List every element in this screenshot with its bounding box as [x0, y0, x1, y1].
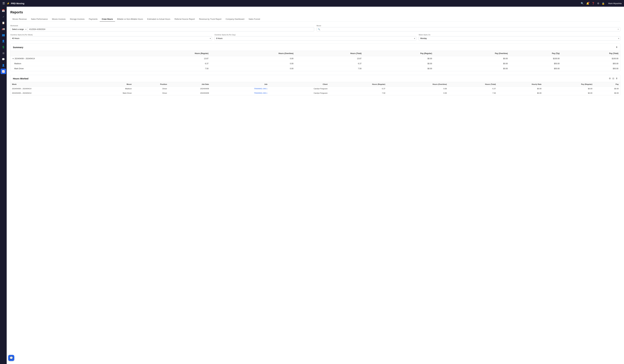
- summary-row-val-6: $50.00: [562, 66, 620, 71]
- hw-job[interactable]: TRAINING-348-1: [210, 86, 269, 91]
- summary-row: Madison6.370.006.37$0.00$0.00$50.00$50.0…: [10, 61, 620, 66]
- lock-icon[interactable]: 🔒: [602, 2, 605, 5]
- tab-company-dashboard[interactable]: Company Dashboard: [224, 17, 246, 22]
- summary-col-hours-total: Hours (Total): [295, 51, 364, 56]
- workweek-filter: Workweek Select a range 4/1/2024–6/30/20…: [10, 25, 314, 31]
- app-logo: ⚡ PRD Moving: [7, 2, 24, 5]
- tab-billable-nonbillable[interactable]: Billable vs Non-Billable Hours: [115, 17, 145, 22]
- sidebar-item-contacts[interactable]: 👤: [0, 38, 6, 44]
- range-select-wrapper: Select a range: [10, 27, 28, 31]
- tab-revenue-truck[interactable]: Revenue by Truck Report: [197, 17, 224, 22]
- overtime-weekly-filter: Overtime Starts At (Per Week) 40 Hours 4…: [10, 34, 212, 41]
- sidebar-item-chat[interactable]: 💬: [0, 56, 6, 62]
- hours-worked-filter-icon[interactable]: ⊟: [612, 77, 614, 80]
- hours-worked-title: Hours Worked: [13, 77, 28, 80]
- hw-client: Carolyn Ferguson: [269, 91, 329, 95]
- topnav-icons: 🔍 🔔 ❓ ⚙ 🔒 Mark Miyashita: [581, 2, 622, 5]
- workweek-label: Workweek: [10, 25, 314, 26]
- overtime-daily-select-wrapper: 8 Hours 10 Hours 12 Hours: [214, 36, 416, 41]
- overtime-weekly-select[interactable]: 40 Hours 44 Hours 48 Hours: [10, 36, 212, 41]
- hw-col-week: Week: [10, 82, 90, 86]
- settings-icon[interactable]: ⚙: [597, 2, 599, 5]
- week-starts-select[interactable]: Monday Sunday Saturday: [419, 36, 620, 41]
- tab-estimated-actual[interactable]: Estimated vs Actual Hours: [145, 17, 172, 22]
- hours-worked-download-icon[interactable]: ⬇: [616, 77, 618, 80]
- week-starts-label: Week Starts On: [419, 34, 620, 36]
- sidebar-item-calendar[interactable]: 📅: [0, 8, 6, 13]
- hw-position: Driver: [133, 91, 169, 95]
- tab-moves-revenue[interactable]: Moves Revenue: [10, 17, 29, 22]
- mover-clear-icon[interactable]: ✕: [618, 28, 619, 30]
- tab-crew-hours[interactable]: Crew Hours: [100, 17, 115, 22]
- hw-col-pay: Pay: [594, 82, 620, 86]
- mover-label: Mover: [316, 25, 620, 26]
- summary-download-icon[interactable]: ⬇: [616, 46, 618, 49]
- hours-worked-gear-icon[interactable]: ⚙: [609, 77, 611, 80]
- hw-pay: $0.00: [594, 86, 620, 91]
- hw-job-date: 2024/04/08: [169, 91, 210, 95]
- hw-hours-total: 6.37: [448, 86, 497, 91]
- hours-worked-table: Week Mover Position Job Date Job Client …: [10, 82, 620, 95]
- hamburger-icon[interactable]: ☰: [2, 2, 5, 5]
- summary-title: Summary: [13, 46, 23, 49]
- hw-hours-regular: 7.50: [329, 91, 387, 95]
- help-icon[interactable]: ❓: [592, 2, 595, 5]
- summary-col-pay-total: Pay (Total): [562, 51, 620, 56]
- summary-section: Summary ⬇ Hours (Regular) Hours (Overtim…: [10, 44, 620, 71]
- sidebar-item-user[interactable]: 👤: [0, 63, 6, 68]
- summary-col-hours-overtime: Hours (Overtime): [210, 51, 295, 56]
- overtime-daily-filter: Overtime Starts At (Per Day) 8 Hours 10 …: [214, 34, 416, 41]
- summary-row-val-2: 7.50: [295, 66, 364, 71]
- summary-row-val-5: $50.00: [510, 61, 562, 66]
- date-value[interactable]: 4/1/2024–6/30/2024: [28, 27, 314, 31]
- summary-group-val-2: 13.87: [295, 56, 364, 61]
- summary-col-pay-overtime: Pay (Overtime): [434, 51, 510, 56]
- hours-worked-actions: ⚙ ⊟ ⬇: [609, 77, 618, 80]
- sidebar-item-check[interactable]: ✓: [0, 14, 6, 19]
- hours-worked-header-row: Week Mover Position Job Date Job Client …: [10, 82, 620, 86]
- tab-sales-performance[interactable]: Sales Performance: [29, 17, 50, 22]
- hw-col-hours-overtime: Hours (Overtime): [387, 82, 448, 86]
- content-area: Reports Moves Revenue Sales Performance …: [7, 7, 624, 364]
- collapse-icon[interactable]: ▼: [12, 58, 14, 59]
- hw-position: Driver: [133, 86, 169, 91]
- tab-storage-invoices[interactable]: Storage Invoices: [68, 17, 87, 22]
- hw-col-hourly-rate: Hourly Rate: [497, 82, 543, 86]
- summary-row: Mark Driver7.500.007.50$0.00$0.00$50.00$…: [10, 66, 620, 71]
- hw-job[interactable]: TRAINING-348-1: [210, 91, 269, 95]
- summary-group-val-1: 0.00: [210, 56, 295, 61]
- summary-row-val-0: 6.37: [130, 61, 210, 66]
- range-select[interactable]: Select a range: [10, 27, 28, 31]
- sidebar-item-reports[interactable]: 📈: [0, 69, 6, 74]
- sidebar-item-grid[interactable]: ⊞: [0, 51, 6, 56]
- hw-col-hours-total: Hours (Total): [448, 82, 497, 86]
- overtime-daily-select[interactable]: 8 Hours 10 Hours 12 Hours: [214, 36, 416, 41]
- sidebar-item-truck[interactable]: 🚛: [0, 26, 6, 32]
- tab-payments[interactable]: Payments: [87, 17, 100, 22]
- tab-moves-invoices[interactable]: Moves Invoices: [50, 17, 68, 22]
- job-link[interactable]: TRAINING-348-1: [254, 92, 267, 94]
- user-name[interactable]: Mark Miyashita: [608, 2, 622, 4]
- summary-table: Hours (Regular) Hours (Overtime) Hours (…: [10, 51, 620, 71]
- mover-input[interactable]: [317, 27, 620, 31]
- hw-hours-overtime: 0.00: [387, 86, 448, 91]
- week-starts-select-wrapper: Monday Sunday Saturday: [419, 36, 620, 41]
- sidebar-item-clipboard[interactable]: 📋: [0, 20, 6, 26]
- hours-worked-section: Hours Worked ⚙ ⊟ ⬇ Week Mover Position J…: [10, 75, 620, 95]
- hw-hours-total: 7.50: [448, 91, 497, 95]
- search-icon[interactable]: 🔍: [581, 2, 584, 5]
- job-link[interactable]: TRAINING-348-1: [254, 88, 267, 90]
- tab-sales-funnel[interactable]: Sales Funnel: [246, 17, 262, 22]
- summary-row-name: Mark Driver: [10, 66, 130, 71]
- summary-col-pay-regular: Pay (Regular): [363, 51, 434, 56]
- summary-group-val-6: $100.00: [562, 56, 620, 61]
- tab-referral-source[interactable]: Referral Source Report: [172, 17, 197, 22]
- sidebar-item-crew[interactable]: 👥: [0, 32, 6, 38]
- summary-row-val-5: $50.00: [510, 66, 562, 71]
- hw-hourly-rate: $0.00: [497, 86, 543, 91]
- overtime-daily-label: Overtime Starts At (Per Day): [214, 34, 416, 36]
- summary-actions: ⬇: [616, 46, 618, 49]
- notifications-icon[interactable]: 🔔: [586, 2, 589, 5]
- sidebar-item-dollar[interactable]: 💲: [0, 44, 6, 50]
- chat-button[interactable]: 💬: [8, 355, 14, 361]
